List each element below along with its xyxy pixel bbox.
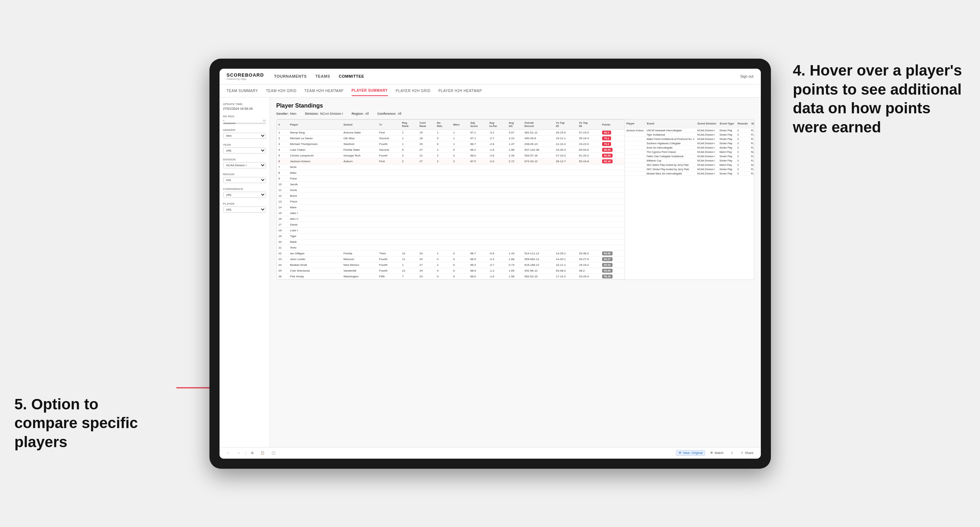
points-badge[interactable]: 60.68	[602, 251, 612, 256]
points-badge[interactable]: 88.2	[602, 130, 611, 135]
table-cell: 57-23-0	[577, 130, 600, 136]
gender-select[interactable]: Men Women	[223, 133, 266, 139]
download-btn[interactable]: ⇩	[729, 450, 736, 456]
points-badge[interactable]: 70.2	[602, 142, 611, 146]
undo-btn[interactable]: ←	[224, 450, 232, 456]
division-select[interactable]: NCAA Division I	[223, 162, 266, 168]
nav-tournaments[interactable]: TOURNAMENTS	[274, 73, 307, 80]
table-cell[interactable]	[600, 233, 624, 239]
sub-nav-team-h2h-grid[interactable]: TEAM H2H GRID	[266, 86, 297, 96]
conference-select[interactable]: (All)	[223, 192, 266, 198]
filter-division: Division: NCAA Division I	[305, 112, 343, 116]
table-cell	[377, 245, 401, 251]
event-cell: PLAYED	[749, 128, 754, 132]
table-cell[interactable]	[600, 164, 624, 170]
filter-row: Gender: Men Division: NCAA Division I Re…	[277, 112, 754, 116]
redo-btn[interactable]: →	[235, 450, 243, 456]
table-cell: 19	[277, 233, 288, 239]
sub-nav-player-h2h-grid[interactable]: PLAYER H2H GRID	[396, 86, 431, 96]
table-cell	[400, 164, 417, 170]
table-cell	[507, 164, 523, 170]
toolbar-timer-btn[interactable]: ◯	[270, 450, 277, 456]
points-badge[interactable]: 88.94	[602, 148, 612, 152]
points-badge[interactable]: 60.02	[602, 263, 612, 267]
table-cell[interactable]	[600, 222, 624, 228]
table-row: 24Bastian AmatNew MexicoFourth1272069.4-…	[277, 262, 624, 268]
points-badge[interactable]: 68.18	[602, 159, 612, 163]
table-cell[interactable]	[600, 187, 624, 193]
toolbar-paste-btn[interactable]: 📋	[258, 450, 267, 456]
event-col-player: Player	[625, 119, 645, 129]
table-cell[interactable]: 59.95	[600, 268, 624, 274]
table-cell	[451, 205, 469, 210]
event-cell: The Cypress Point Classic	[645, 150, 696, 154]
event-cell: NCAA Division I	[696, 137, 718, 141]
event-cell: SEC Stroke Play hosted by Jerry Pate	[645, 167, 696, 171]
no-rds-slider[interactable]: 4 52	[223, 119, 266, 124]
points-badge[interactable]: 60.27	[602, 257, 612, 261]
table-cell[interactable]: 68.18	[600, 159, 624, 164]
sub-nav-team-h2h-heatmap[interactable]: TEAM H2H HEATMAP	[304, 86, 344, 96]
col-yr: Yr	[377, 119, 401, 130]
table-cell[interactable]: 58.49	[600, 274, 624, 279]
points-badge[interactable]: 76.2	[602, 137, 611, 140]
table-cell: Jake I	[288, 210, 342, 216]
table-cell[interactable]	[600, 228, 624, 233]
toolbar-copy-btn[interactable]: ⧉	[249, 450, 256, 456]
table-cell[interactable]	[600, 182, 624, 187]
table-cell: -3.7	[487, 262, 507, 268]
table-cell	[377, 216, 401, 222]
table-cell: 11	[277, 187, 288, 193]
share-btn[interactable]: ⇧ Share	[738, 450, 756, 456]
table-cell[interactable]: 88.94	[600, 147, 624, 153]
table-cell	[400, 216, 417, 222]
points-badge[interactable]: 59.95	[602, 269, 612, 273]
table-cell[interactable]: 60.27	[600, 257, 624, 262]
event-cell: PLAYED	[749, 137, 754, 141]
nav-teams[interactable]: TEAMS	[315, 73, 330, 80]
event-row: Williams CupNCAA Division IStroke Play3P…	[625, 158, 754, 163]
watch-btn[interactable]: 👁 Watch	[708, 450, 725, 456]
table-cell[interactable]	[600, 239, 624, 245]
nav-committee[interactable]: COMMITTEE	[339, 73, 364, 80]
sub-nav-player-h2h-heatmap[interactable]: PLAYER H2H HEATMAP	[438, 86, 482, 96]
view-original-btn[interactable]: 👁 View: Original	[676, 450, 705, 456]
table-cell: 0	[451, 274, 469, 279]
sub-nav-team-summary[interactable]: TEAM SUMMARY	[227, 86, 258, 96]
points-badge[interactable]: 80.69	[602, 154, 612, 157]
table-cell[interactable]	[600, 193, 624, 199]
table-cell[interactable]	[600, 170, 624, 176]
player-select[interactable]: (All)	[223, 206, 266, 213]
table-cell[interactable]	[600, 216, 624, 222]
event-cell: Match Play	[718, 163, 736, 167]
sign-out-link[interactable]: Sign out	[740, 75, 754, 78]
table-cell[interactable]	[600, 210, 624, 216]
region-select[interactable]: N/A	[223, 177, 266, 183]
table-cell[interactable]	[600, 176, 624, 182]
sub-nav-player-summary[interactable]: PLAYER SUMMARY	[352, 86, 388, 96]
table-cell: 15	[418, 130, 435, 136]
no-rds-max: 52	[263, 119, 266, 122]
table-cell: 1.56	[507, 274, 523, 279]
table-cell	[554, 164, 577, 170]
table-cell[interactable]: 70.2	[600, 141, 624, 147]
table-cell	[487, 239, 507, 245]
table-cell	[342, 228, 377, 233]
table-cell[interactable]: 60.68	[600, 251, 624, 257]
table-cell[interactable]	[600, 205, 624, 210]
table-cell[interactable]	[600, 199, 624, 205]
points-badge[interactable]: 58.49	[602, 275, 612, 278]
table-cell	[523, 210, 554, 216]
table-cell[interactable]: 76.2	[600, 136, 624, 141]
table-cell: Auburn	[342, 159, 377, 164]
table-cell	[342, 205, 377, 210]
year-select[interactable]: (All)	[223, 148, 266, 154]
table-cell[interactable]: 88.2	[600, 130, 624, 136]
table-row: 8Matu	[277, 170, 624, 176]
event-cell: Match Play	[718, 150, 736, 154]
table-cell[interactable]: 80.69	[600, 153, 624, 159]
table-cell[interactable]: 60.02	[600, 262, 624, 268]
table-cell	[523, 182, 554, 187]
table-cell: Florida State	[342, 147, 377, 153]
table-cell[interactable]	[600, 245, 624, 251]
